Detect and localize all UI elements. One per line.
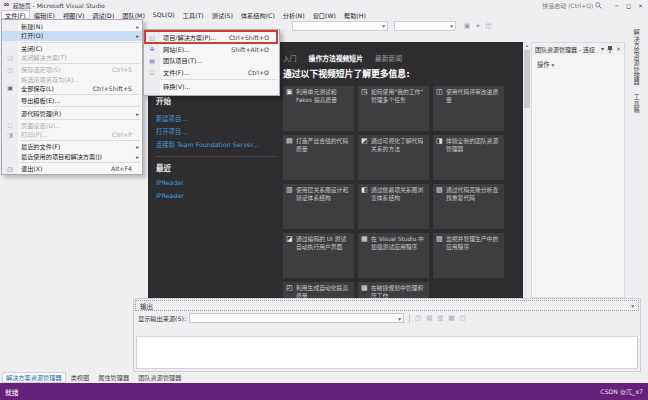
- menu-bar-item[interactable]: SQL(Q): [149, 10, 179, 19]
- video-tile[interactable]: ▧通过代码克隆分析查找重复代码: [433, 184, 504, 229]
- submenu-arrow-icon: [131, 32, 139, 39]
- menu-item-source-control[interactable]: 源代码管理(R): [2, 108, 142, 117]
- menu-item-save-as[interactable]: 将选定项另存为(A)...: [2, 74, 142, 83]
- actions-label: 操作: [537, 61, 550, 68]
- close-icon[interactable]: ×: [616, 46, 621, 52]
- submenu-arrow-icon: [131, 110, 139, 117]
- start-page-tab[interactable]: 入门: [283, 53, 297, 63]
- toolbar-icon[interactable]: ◫: [485, 22, 491, 30]
- video-tile[interactable]: ◧通过依赖项关系图浏览体系结构: [358, 184, 429, 229]
- menu-item-print[interactable]: ◨打印(P)...Ctrl+P: [2, 130, 142, 139]
- video-tile-icon: ▥: [286, 187, 294, 226]
- video-tile[interactable]: ◫使用代码评审改进质量: [433, 86, 504, 131]
- video-tile[interactable]: ◳如何使用“我的工作”管理多个任务: [358, 86, 429, 131]
- menu-item-open-team-project[interactable]: ▤团队项目(T)...: [144, 55, 279, 67]
- menu-bar-item[interactable]: 分析(N): [279, 10, 309, 19]
- video-tile-label: 监视并管理生产中的应用程序: [446, 236, 501, 275]
- video-tile[interactable]: ◩通过可视化了解代码关系的方法: [358, 135, 429, 180]
- output-toolbar-icon[interactable]: ▦: [448, 314, 454, 322]
- video-tile[interactable]: ◰利用生成自动化提高质量: [283, 282, 354, 298]
- recent-project-link[interactable]: IPReader: [156, 179, 184, 186]
- menu-item-save-all[interactable]: ▣全部保存(L)Ctrl+Shift+S: [2, 84, 142, 93]
- menu-item-open-file[interactable]: ◻文件(F)...Ctrl+O: [144, 67, 279, 79]
- chevron-down-icon[interactable]: [629, 302, 634, 310]
- menu-item-page-setup[interactable]: ◻页面设置(U)...: [2, 121, 142, 130]
- video-tile[interactable]: ▥使用层关系图设计和验证体系结构: [283, 184, 354, 229]
- menu-bar-item[interactable]: 工具(T): [179, 10, 208, 19]
- watermark: CSDN @兀_x7: [600, 387, 643, 396]
- menu-bar-item[interactable]: 帮助(H): [340, 10, 370, 19]
- menu-item-new[interactable]: 新建(N): [2, 22, 142, 31]
- menu-bar-item[interactable]: 窗口(W): [309, 10, 340, 19]
- menu-item-convert[interactable]: 转换(V)...: [144, 81, 279, 93]
- bottom-dock-tab[interactable]: 属性管理器: [94, 372, 133, 383]
- menu-item-recent-files[interactable]: 最近的文件(F): [2, 142, 142, 151]
- output-content[interactable]: [136, 336, 638, 369]
- page-setup-icon: ◻: [2, 122, 18, 128]
- connect-tfs-link[interactable]: 连接到 Team Foundation Server...: [156, 140, 259, 149]
- submenu-arrow-icon: [131, 23, 139, 30]
- menu-item-close-solution[interactable]: ◲关闭解决方案(T): [2, 53, 142, 62]
- menu-bar-item[interactable]: 编辑(E): [30, 10, 59, 19]
- autohide-tab[interactable]: 解决方案资源管理器: [632, 29, 641, 85]
- quick-launch-box[interactable]: 快速启动 (Ctrl+Q): [542, 1, 602, 10]
- output-toolbar-icon[interactable]: ▥: [437, 314, 443, 322]
- team-explorer-panel: 团队资源管理器 - 连接 ▾ × 操作: [531, 42, 625, 298]
- output-toolbar-icon[interactable]: ◫: [460, 314, 466, 322]
- maximize-icon[interactable]: ◻: [626, 2, 631, 9]
- menu-item-recent-projects[interactable]: 最近使用的项目和解决方案(J): [2, 152, 142, 161]
- video-tile-label: 通过可视化了解代码关系的方法: [371, 138, 426, 177]
- menu-bar-item[interactable]: 视图(V): [59, 10, 88, 19]
- video-tile-icon: ◰: [286, 285, 294, 298]
- scroll-up-icon[interactable]: ▴: [523, 42, 531, 49]
- video-tile[interactable]: ▣利用单元测试和 Fakes 提高质量: [283, 86, 354, 131]
- start-page-tab[interactable]: 最新新闻: [375, 53, 402, 63]
- close-icon[interactable]: ×: [638, 2, 643, 9]
- start-page-tabs: 入门操作方法视频短片最新新闻: [283, 53, 402, 63]
- open-project-link[interactable]: 打开项目...: [156, 127, 187, 136]
- bottom-dock-tab[interactable]: 团队资源管理器: [134, 372, 185, 383]
- new-project-link[interactable]: 新建项目...: [156, 114, 187, 123]
- menu-item-save-selected[interactable]: ◫保存选定项(S)Ctrl+S: [2, 65, 142, 74]
- video-tile[interactable]: ◪通过编码的 UI 测试自动执行用户界面: [283, 233, 354, 278]
- menu-bar-item[interactable]: 测试(S): [208, 10, 237, 19]
- output-toolbar-icon[interactable]: ▤: [426, 314, 432, 322]
- divider: [409, 314, 410, 323]
- video-tile[interactable]: ▩在敏捷规划中管理积压工作: [358, 282, 429, 298]
- menu-bar-item[interactable]: 团队(M): [118, 10, 149, 19]
- bottom-dock-tab[interactable]: 类视图: [67, 372, 94, 383]
- start-page-tab[interactable]: 操作方法视频短片: [309, 53, 363, 63]
- menu-bar-item[interactable]: 调试(D): [88, 10, 118, 19]
- output-toolbar-icon[interactable]: ◳: [415, 314, 421, 322]
- document-scrollbar[interactable]: ▴: [523, 42, 531, 298]
- autohide-tab[interactable]: 工具箱: [632, 94, 641, 113]
- menu-item-export-template[interactable]: 导出模板(E)...: [2, 96, 142, 105]
- video-tile[interactable]: ◨体验全新的团队资源管理器: [433, 135, 504, 180]
- menu-bar-item[interactable]: 文件(F): [1, 10, 30, 19]
- bottom-dock-tab[interactable]: 解决方案资源管理器: [2, 372, 66, 383]
- toolbar-icon[interactable]: ▾: [476, 22, 479, 30]
- output-source-combo[interactable]: [189, 313, 404, 323]
- team-explorer-actions[interactable]: 操作: [532, 55, 624, 74]
- video-tile[interactable]: ▨监视并管理生产中的应用程序: [433, 233, 504, 278]
- video-tile-icon: ◫: [436, 89, 444, 128]
- menu-item-close[interactable]: 关闭(C): [2, 44, 142, 53]
- output-icon-group: ◳▤▥▦◫: [415, 314, 466, 322]
- toolbar-icon[interactable]: ▣: [464, 22, 470, 30]
- toolbar-combo-configuration[interactable]: [292, 21, 388, 31]
- menu-item-open-website[interactable]: ⊕网站(E)...Shift+Alt+O: [144, 44, 279, 56]
- pin-icon[interactable]: [607, 46, 613, 53]
- menu-bar-item[interactable]: 体系结构(C): [237, 10, 279, 19]
- menu-item-open[interactable]: 打开(O): [2, 31, 142, 40]
- window-controls: ─ ◻ ×: [615, 2, 643, 9]
- video-tile-icon: ▨: [436, 236, 444, 275]
- scrollbar-thumb[interactable]: [524, 50, 530, 108]
- menu-item-exit[interactable]: ◳退出(X)Alt+F4: [2, 164, 142, 173]
- minimize-icon[interactable]: ─: [615, 2, 619, 9]
- toolbar-combo-platform[interactable]: [394, 21, 456, 31]
- video-tile[interactable]: ▤打造严丝合缝的代码质量: [283, 135, 354, 180]
- chevron-down-icon[interactable]: ▾: [601, 46, 604, 52]
- recent-project-link[interactable]: IPReader: [156, 192, 184, 199]
- video-tile[interactable]: ▦在 Visual Studio 中加载测试应用程序: [358, 233, 429, 278]
- video-tile-label: 体验全新的团队资源管理器: [446, 138, 501, 177]
